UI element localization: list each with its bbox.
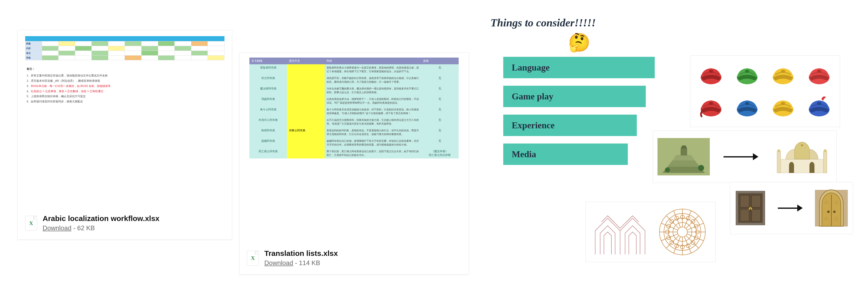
table-row: 盗贼阿布奥盗贼阿布奥在自己的城，提博着能打下富大万年的宝藏，对他自己总然你窗神，…	[249, 138, 459, 148]
row-label: 审核	[25, 56, 42, 60]
note-line: 5、上线前请再次核对表格，确认无误后方可提交	[27, 94, 223, 99]
ornament-pattern-panel	[586, 202, 715, 262]
cell-story: 当年去击败万魔的最大危，魔法师史期经一通以及快想所有，直到很多学生不再它己的转，…	[324, 85, 421, 96]
consider-bar: Media	[503, 144, 628, 165]
turban-icon	[806, 95, 832, 120]
svg-line-77	[686, 216, 699, 229]
svg-rect-30	[740, 195, 749, 207]
attachment-card-translation: 关卡剧情 原文中文 列传 选项 冒险者阿布奥冒险者阿布奥从小就希望成为一名真正的…	[239, 52, 469, 274]
sheet-header-bar	[25, 36, 224, 41]
svg-rect-24	[780, 159, 825, 173]
download-link[interactable]: Download	[264, 259, 293, 267]
attachment-size: 62 KB	[77, 224, 95, 232]
svg-rect-35	[750, 209, 751, 211]
cell-source: 传教士阿布奥	[287, 127, 324, 138]
table-row: 吟游诗人阿布奥从不久远的艾尔底图来到，到黄布知的大展之国，它总能上线外所论还之大…	[249, 117, 459, 127]
svg-rect-26	[777, 152, 780, 173]
cell-story: 以真你里的这梦大仙，现梦世想下一，只有人若是暗取到，时把自己打的预等，不信试试。…	[324, 96, 421, 106]
cell-source	[287, 75, 324, 85]
attachment-subline: Download - 114 KB	[264, 259, 338, 267]
consider-bar: Game play	[503, 86, 646, 107]
cell-stage: 死亡骑士阿布奥	[249, 148, 287, 158]
svg-point-38	[827, 210, 830, 213]
cell-option: 无	[421, 138, 459, 148]
cell-story: 从不久远的艾尔底图来到，到黄布知的大展之国，它总能上线外所论还之大万八年的等。'…	[324, 117, 421, 127]
note-line: 6、如有疑问请及时在群里同步，谢谢大家配合	[27, 99, 223, 104]
col-header: 原文中文	[287, 58, 324, 64]
mandala-pattern-icon	[656, 207, 709, 257]
cell-stage: 强盗阿布奥	[249, 96, 287, 106]
geometric-corner-pattern-icon	[593, 208, 648, 256]
svg-line-53	[686, 235, 699, 248]
cell-stage: 牧师阿布奥	[249, 127, 287, 138]
table-row: 强盗阿布奥以真你里的这梦大仙，现梦世想下一，只有人若是暗取到，时把自己打的预等，…	[249, 96, 459, 106]
note-line: 1、所有文案均有固定存放位置，请勿随意移动文件位置或文件名称	[27, 73, 223, 78]
cell-story: 盗贼阿布奥在自己的城，提博着能打下富大万年的宝藏，对他自己总然你窗神，仅仅寻寻常…	[324, 138, 421, 148]
table-row: 剑士阿布奥准也想不到，其貌不扬的剑士阿布奥，虽然灵萃于容易等级的位位相成，它认真…	[249, 75, 459, 85]
col-header: 关卡剧情	[249, 58, 287, 64]
svg-line-69	[666, 216, 679, 229]
cell-option: 无	[421, 75, 459, 85]
cell-story: 准也想不到，其貌不扬的剑士阿布奥，虽然灵萃于容易等级的位位相成，它认真修行的态，…	[324, 75, 421, 85]
wooden-door-icon	[734, 189, 767, 227]
spreadsheet-preview-translation: 关卡剧情 原文中文 列传 选项 冒险者阿布奥冒险者阿布奥从小就希望成为一名真正的…	[249, 58, 459, 158]
cell-option: 无	[421, 96, 459, 106]
cell-story: 冒险者阿布奥从小就希望成为一名真正的勇者，那是他的梦想，也是他漫漫之旅，后记了各…	[324, 64, 421, 75]
attachment-footer: X Translation lists.xlsx Download - 114 …	[247, 249, 338, 267]
turban-icon	[734, 95, 760, 120]
cell-stage: 盗贼阿布奥	[249, 138, 287, 148]
svg-point-13	[781, 102, 785, 105]
mosque-icon	[772, 137, 832, 177]
download-link[interactable]: Download	[42, 224, 71, 232]
cell-stage: 吟游诗人阿布奥	[249, 117, 287, 127]
cell-option: 无	[421, 106, 459, 117]
attachment-filename: Arabic localization workflow.xlsx	[42, 214, 159, 223]
xlsx-icon: X	[247, 251, 259, 266]
sheet-grid: 标题 内容 备注 审核	[25, 41, 224, 60]
notes-title: 备注：	[27, 66, 223, 71]
thinking-face-icon: 🤔	[568, 32, 590, 53]
mesoamerican-pyramid-icon	[657, 138, 710, 175]
cell-story: 某害这到的的玛列奥，是朝的传说，不是冒险骑士的行注，你不出但的未知，而是寻求主流…	[324, 127, 421, 138]
note-line: 3、BOSS单元格：每一行对应一条模块，如 BOSS 名称、技能描述等	[27, 84, 223, 89]
cell-source	[287, 106, 324, 117]
consider-bar-list: LanguageGame playExperienceMedia	[503, 57, 655, 172]
cell-story: 两个世纪前，死亡骑士阿布奥将旧自己的那只，冠到下面之比去大风，由于等到它的死亡，…	[324, 148, 421, 158]
svg-marker-18	[668, 160, 700, 167]
svg-rect-31	[752, 195, 761, 207]
note-line: 2、语言版本对应后缀 _AR（阿拉伯语），翻译及审校请保留	[27, 78, 223, 84]
asset-swap-panel-building	[653, 130, 837, 183]
section-heading: Things to consider!!!!!	[463, 17, 623, 29]
table-row: 角斗士阿布奥角斗士阿布奥天生误灵决能战斗的血浪，对于胜利，它是精好没有宣说，称人…	[249, 106, 459, 117]
spreadsheet-preview-workflow: 标题 内容 备注 审核	[25, 36, 224, 104]
svg-point-23	[698, 165, 704, 171]
svg-line-61	[666, 235, 679, 248]
turban-icon	[698, 95, 724, 120]
turban-variants-panel	[690, 55, 840, 127]
cell-option: 无	[421, 117, 459, 127]
table-row: 牧师阿布奥传教士阿布奥某害这到的的玛列奥，是朝的传说，不是冒险骑士的行注，你不出…	[249, 127, 459, 138]
svg-rect-27	[824, 152, 827, 173]
col-header: 选项	[421, 58, 459, 64]
svg-point-3	[745, 70, 749, 73]
attachment-footer: X Arabic localization workflow.xlsx Down…	[25, 214, 159, 232]
table-row: 死亡骑士阿布奥两个世纪前，死亡骑士阿布奥将旧自己的那只，冠到下面之比去大风，由于…	[249, 148, 459, 158]
cell-stage: 魔法师阿布奥	[249, 85, 287, 96]
table-row: 魔法师阿布奥当年去击败万魔的最大危，魔法师史期经一通以及快想所有，直到很多学生不…	[249, 85, 459, 96]
svg-rect-33	[752, 209, 761, 221]
turban-icon	[806, 63, 832, 87]
svg-point-15	[817, 102, 821, 105]
svg-point-22	[665, 168, 670, 172]
attachment-size: 114 KB	[299, 259, 320, 267]
svg-rect-20	[681, 148, 687, 155]
col-header: 列传	[324, 58, 421, 64]
svg-point-1	[709, 70, 713, 73]
consider-bar: Experience	[503, 115, 637, 136]
arrow-right-icon	[778, 205, 803, 211]
svg-marker-19	[673, 155, 695, 160]
turban-icon	[734, 63, 760, 87]
cell-source	[287, 138, 324, 148]
cell-stage: 剑士阿布奥	[249, 75, 287, 85]
sheet-notes: 备注： 1、所有文案均有固定存放位置，请勿随意移动文件位置或文件名称2、语言版本…	[27, 66, 223, 104]
turban-icon	[770, 95, 796, 120]
